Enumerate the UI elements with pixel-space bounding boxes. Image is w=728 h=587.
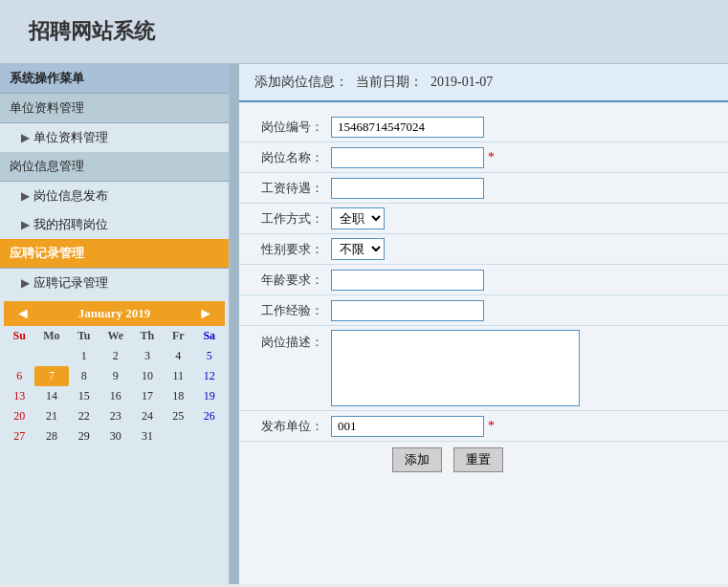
age-label: 年龄要求： (254, 272, 331, 289)
cal-day[interactable]: 30 (99, 426, 132, 446)
age-input[interactable] (331, 270, 484, 291)
cal-day[interactable]: 10 (132, 366, 163, 386)
cal-day[interactable]: 28 (34, 426, 68, 446)
cal-day[interactable]: 24 (132, 406, 163, 426)
arrow-icon: ▶ (21, 189, 30, 204)
form-row-post-name: 岗位名称： * (239, 142, 728, 173)
form-row-age: 年龄要求： (239, 265, 728, 295)
cal-day[interactable]: 17 (132, 386, 163, 406)
experience-input[interactable] (331, 300, 484, 321)
calendar-prev-button[interactable]: ◄ (11, 306, 34, 321)
calendar-next-button[interactable]: ► (194, 306, 217, 321)
cal-day[interactable]: 7 (34, 366, 68, 386)
experience-label: 工作经验： (254, 302, 331, 319)
cal-day[interactable]: 4 (163, 346, 193, 366)
cal-day[interactable]: 27 (4, 426, 34, 446)
form-row-work-type: 工作方式： 全职 兼职 实习 (239, 204, 728, 234)
reset-button[interactable]: 重置 (453, 447, 503, 472)
cal-day (163, 426, 193, 446)
publisher-input[interactable] (331, 416, 484, 437)
form-body: 岗位编号： 岗位名称： * 工资待遇： 工作方式： 全职 兼职 实习 (239, 102, 728, 488)
form-row-salary: 工资待遇： (239, 173, 728, 204)
cal-weekday-mo: Mo (34, 326, 68, 346)
description-label: 岗位描述： (254, 330, 331, 351)
main-content: 添加岗位信息： 当前日期： 2019-01-07 岗位编号： 岗位名称： * 工… (239, 64, 728, 584)
cal-day[interactable]: 18 (163, 386, 193, 406)
post-id-input[interactable] (331, 117, 484, 138)
cal-day[interactable]: 8 (69, 366, 99, 386)
form-row-experience: 工作经验： (239, 295, 728, 326)
calendar-grid: SuMoTuWeThFrSa 1234567891011121314151617… (4, 326, 225, 446)
cal-day[interactable]: 21 (34, 406, 68, 426)
form-header: 添加岗位信息： 当前日期： 2019-01-07 (239, 64, 728, 102)
sidebar-menu-title: 系统操作菜单 (0, 64, 229, 94)
cal-weekday-su: Su (4, 326, 34, 346)
sidebar-item-post-publish[interactable]: ▶ 岗位信息发布 (0, 182, 229, 210)
cal-day[interactable]: 26 (194, 406, 225, 426)
cal-weekday-th: Th (132, 326, 163, 346)
publisher-required: * (488, 419, 495, 434)
cal-day[interactable]: 13 (4, 386, 34, 406)
sidebar-item-my-posts[interactable]: ▶ 我的招聘岗位 (0, 210, 229, 239)
publisher-label: 发布单位： (254, 418, 331, 435)
arrow-icon: ▶ (21, 276, 30, 291)
form-row-post-id: 岗位编号： (239, 112, 728, 142)
cal-day (194, 426, 225, 446)
sidebar: 系统操作菜单 单位资料管理 ▶ 单位资料管理 岗位信息管理 ▶ 岗位信息发布 ▶… (0, 64, 230, 584)
salary-input[interactable] (331, 178, 484, 199)
arrow-icon: ▶ (21, 218, 30, 232)
calendar-month-label: January 2019 (78, 306, 150, 321)
sidebar-item-unit-management[interactable]: ▶ 单位资料管理 (0, 123, 229, 152)
cal-day[interactable]: 31 (132, 426, 163, 446)
form-current-date: 2019-01-07 (430, 75, 493, 90)
cal-day[interactable]: 6 (4, 366, 34, 386)
sidebar-section-application[interactable]: 应聘记录管理 (0, 239, 229, 269)
cal-day[interactable]: 29 (69, 426, 99, 446)
sidebar-item-application-management[interactable]: ▶ 应聘记录管理 (0, 269, 229, 297)
app-title: 招聘网站系统 (29, 19, 155, 43)
description-textarea[interactable] (331, 330, 580, 406)
form-buttons-row: 添加 重置 (239, 442, 728, 478)
sidebar-section-post: 岗位信息管理 (0, 152, 229, 182)
form-row-publisher: 发布单位： * (239, 411, 728, 442)
gender-select[interactable]: 不限 男 女 (331, 238, 385, 260)
cal-day[interactable]: 14 (34, 386, 68, 406)
cal-day[interactable]: 25 (163, 406, 193, 426)
work-type-select[interactable]: 全职 兼职 实习 (331, 207, 385, 229)
form-date-prefix: 当前日期： (356, 74, 423, 91)
add-button[interactable]: 添加 (392, 447, 442, 472)
sidebar-divider (230, 64, 239, 584)
cal-weekday-fr: Fr (163, 326, 193, 346)
cal-day[interactable]: 16 (99, 386, 132, 406)
cal-day[interactable]: 1 (69, 346, 99, 366)
post-name-input[interactable] (331, 147, 484, 168)
cal-day[interactable]: 3 (132, 346, 163, 366)
cal-day[interactable]: 23 (99, 406, 132, 426)
cal-day[interactable]: 9 (99, 366, 132, 386)
post-id-label: 岗位编号： (254, 119, 331, 136)
arrow-icon: ▶ (21, 131, 30, 145)
cal-weekday-tu: Tu (69, 326, 99, 346)
cal-day[interactable]: 20 (4, 406, 34, 426)
cal-day[interactable]: 11 (163, 366, 193, 386)
cal-day (34, 346, 68, 366)
work-type-label: 工作方式： (254, 210, 331, 228)
cal-day (4, 346, 34, 366)
cal-day[interactable]: 22 (69, 406, 99, 426)
form-row-description: 岗位描述： (239, 326, 728, 411)
sidebar-section-unit: 单位资料管理 (0, 94, 229, 123)
app-header: 招聘网站系统 (0, 0, 728, 64)
cal-day[interactable]: 5 (194, 346, 225, 366)
cal-weekday-sa: Sa (194, 326, 225, 346)
cal-weekday-we: We (99, 326, 132, 346)
form-header-label: 添加岗位信息： (254, 74, 348, 91)
post-name-label: 岗位名称： (254, 149, 331, 166)
cal-day[interactable]: 2 (99, 346, 132, 366)
cal-day[interactable]: 15 (69, 386, 99, 406)
cal-day[interactable]: 19 (194, 386, 225, 406)
cal-day[interactable]: 12 (194, 366, 225, 386)
gender-label: 性别要求： (254, 241, 331, 258)
form-row-gender: 性别要求： 不限 男 女 (239, 234, 728, 265)
post-name-required: * (488, 150, 495, 165)
calendar-header: ◄ January 2019 ► (4, 301, 225, 326)
